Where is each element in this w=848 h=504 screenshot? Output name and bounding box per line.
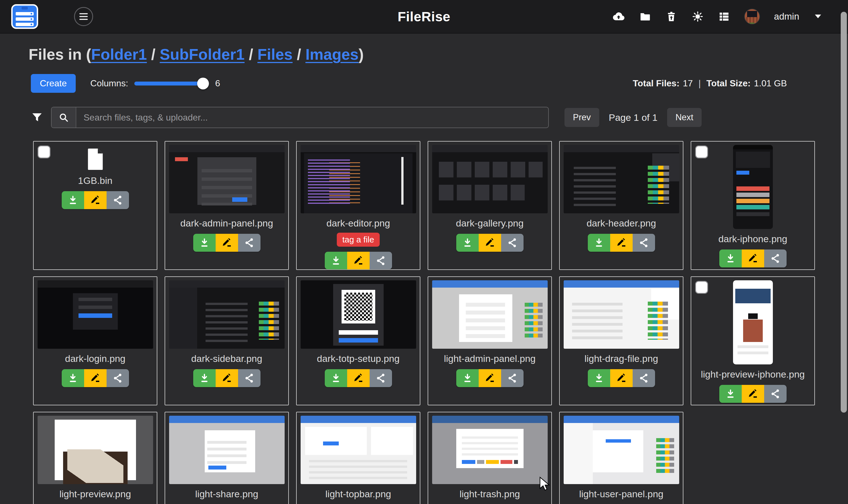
download-button[interactable]	[588, 369, 610, 387]
file-thumbnail[interactable]	[733, 280, 773, 364]
prev-page-button[interactable]: Prev	[565, 108, 599, 127]
file-thumbnail[interactable]	[301, 145, 416, 213]
file-thumbnail[interactable]	[564, 416, 679, 484]
download-button[interactable]	[193, 369, 216, 387]
file-thumbnail[interactable]	[432, 280, 548, 349]
upload-cloud-icon[interactable]	[613, 11, 625, 23]
share-button[interactable]	[370, 252, 392, 269]
list-view-icon[interactable]	[718, 11, 730, 23]
trash-restore-icon[interactable]	[665, 11, 677, 23]
file-card: light-share.png	[165, 412, 289, 504]
file-card: dark-gallery.png	[428, 141, 552, 270]
file-thumbnail[interactable]	[301, 280, 416, 349]
columns-slider-thumb[interactable]	[197, 78, 209, 89]
edit-button[interactable]	[84, 369, 107, 387]
file-thumbnail[interactable]	[169, 145, 285, 213]
edit-button[interactable]	[742, 385, 764, 403]
file-checkbox[interactable]	[38, 145, 51, 158]
file-card: dark-sidebar.png	[165, 276, 289, 405]
edit-button[interactable]	[216, 369, 238, 387]
search-row: Prev Page 1 of 1 Next	[31, 107, 817, 128]
file-name: light-drag-file.png	[584, 353, 658, 364]
edit-button[interactable]	[610, 234, 633, 252]
app-title: FileRise	[398, 9, 450, 24]
edit-button[interactable]	[479, 234, 501, 252]
download-button[interactable]	[719, 250, 742, 267]
columns-slider[interactable]	[134, 82, 208, 86]
file-thumbnail[interactable]	[169, 280, 285, 349]
file-thumbnail[interactable]	[432, 416, 548, 484]
file-thumbnail[interactable]	[38, 416, 153, 484]
total-files-value: 17	[683, 78, 693, 89]
edit-button[interactable]	[347, 252, 370, 269]
file-thumbnail[interactable]	[301, 416, 416, 484]
share-button[interactable]	[238, 369, 261, 387]
file-card: 1GB.bin	[33, 141, 157, 270]
file-name: dark-login.png	[65, 353, 125, 364]
download-button[interactable]	[456, 234, 479, 252]
username-label[interactable]: admin	[774, 11, 799, 22]
file-tag-badge[interactable]: tag a file	[337, 233, 380, 247]
share-button[interactable]	[764, 385, 787, 403]
breadcrumb-link-subfolder1[interactable]: SubFolder1	[160, 46, 245, 63]
file-thumbnail[interactable]	[38, 280, 153, 349]
create-button[interactable]: Create	[31, 74, 76, 93]
total-files-label: Total Files:	[633, 78, 680, 89]
download-button[interactable]	[456, 369, 479, 387]
download-button[interactable]	[62, 191, 84, 209]
file-name: dark-sidebar.png	[191, 353, 262, 364]
file-card: light-preview.png	[33, 412, 157, 504]
edit-button[interactable]	[610, 369, 633, 387]
download-button[interactable]	[193, 234, 216, 252]
file-name: light-preview-iphone.png	[701, 369, 805, 380]
search-input[interactable]	[76, 107, 548, 128]
file-card: light-preview-iphone.png	[691, 276, 815, 405]
filter-funnel-icon[interactable]	[31, 111, 43, 124]
download-button[interactable]	[325, 252, 347, 269]
edit-button[interactable]	[216, 234, 238, 252]
share-button[interactable]	[501, 369, 524, 387]
share-button[interactable]	[633, 369, 655, 387]
file-card: dark-totp-setup.png	[296, 276, 420, 405]
share-button[interactable]	[764, 250, 787, 267]
file-actions	[719, 385, 787, 403]
breadcrumb-link-images[interactable]: Images	[305, 46, 359, 63]
file-name: dark-iphone.png	[719, 234, 788, 245]
file-actions	[62, 191, 129, 209]
share-button[interactable]	[370, 369, 392, 387]
breadcrumb-link-folder1[interactable]: Folder1	[91, 46, 147, 63]
file-actions	[456, 234, 524, 252]
share-button[interactable]	[633, 234, 655, 252]
theme-sun-icon[interactable]	[691, 11, 704, 23]
edit-button[interactable]	[742, 250, 764, 267]
files-grid: 1GB.bin dark-admin-panel.png	[33, 141, 815, 504]
download-button[interactable]	[62, 369, 84, 387]
page-scrollbar[interactable]	[841, 12, 847, 413]
file-thumbnail[interactable]	[432, 145, 548, 213]
file-thumbnail[interactable]	[564, 145, 679, 213]
file-thumbnail[interactable]	[564, 280, 679, 349]
share-button[interactable]	[107, 369, 129, 387]
download-button[interactable]	[719, 385, 742, 403]
download-button[interactable]	[588, 234, 610, 252]
file-thumbnail[interactable]	[733, 145, 773, 229]
file-checkbox[interactable]	[695, 145, 708, 158]
chevron-down-icon[interactable]	[815, 15, 821, 18]
share-button[interactable]	[107, 191, 129, 209]
file-thumbnail[interactable]	[169, 416, 285, 484]
download-button[interactable]	[325, 369, 347, 387]
folder-icon[interactable]	[639, 11, 651, 23]
breadcrumb-link-files[interactable]: Files	[258, 46, 293, 63]
edit-button[interactable]	[84, 191, 107, 209]
filerise-logo-icon[interactable]	[11, 4, 38, 29]
file-checkbox[interactable]	[695, 281, 708, 294]
menu-button[interactable]	[74, 7, 93, 26]
share-button[interactable]	[501, 234, 524, 252]
edit-button[interactable]	[479, 369, 501, 387]
next-page-button[interactable]: Next	[667, 108, 702, 127]
file-name: 1GB.bin	[78, 175, 112, 186]
edit-button[interactable]	[347, 369, 370, 387]
share-button[interactable]	[238, 234, 261, 252]
user-avatar[interactable]	[744, 9, 760, 24]
file-card: dark-editor.png tag a file	[296, 141, 420, 270]
